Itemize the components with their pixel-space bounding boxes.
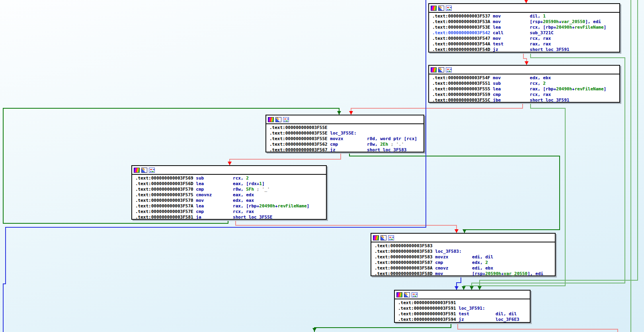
edit-icon[interactable]: [438, 67, 444, 72]
asm-line[interactable]: .text:000000000003F570 cmp r8w, 5Fh ; '_…: [135, 187, 326, 192]
basic-block-3F569[interactable]: .text:000000000003F569 sub rcx, 2.text:0…: [131, 165, 327, 220]
edit-icon[interactable]: [404, 292, 410, 297]
asm-line[interactable]: .text:000000000003F591: [398, 300, 530, 306]
asm-line[interactable]: .text:000000000003F55E: [269, 125, 423, 131]
palette-icon[interactable]: [268, 117, 274, 122]
edge-3F55E-to-3F583-arrowhead: [463, 229, 466, 233]
layout-icon[interactable]: [412, 292, 418, 297]
asm-line[interactable]: .text:000000000003F567 jz short loc_3F58…: [269, 147, 423, 153]
asm-line[interactable]: .text:000000000003F551 sub rcx, 2: [432, 81, 619, 86]
asm-line[interactable]: .text:000000000003F547 mov rcx, rax: [432, 36, 619, 41]
edge-3F537-to-3F591-arrowhead: [470, 286, 474, 290]
asm-line[interactable]: .text:000000000003F53E lea rcx, [rbp+204…: [432, 25, 619, 30]
edge-3F537-to-3F54F-arrowhead: [525, 61, 529, 65]
edit-icon[interactable]: [381, 235, 386, 240]
asm-line[interactable]: .text:000000000003F581 ja short loc_3F55…: [135, 215, 326, 220]
asm-line[interactable]: .text:000000000003F562 cmp r8w, 2Eh ; '.…: [269, 142, 423, 147]
layout-icon[interactable]: [149, 168, 155, 173]
asm-line[interactable]: .text:000000000003F594 jz loc_3F6E3: [398, 317, 530, 322]
layout-icon[interactable]: [283, 117, 289, 122]
disassembly-graph-canvas[interactable]: .text:000000000003F537 mov dil, 1.text:0…: [0, 0, 644, 332]
edge-3F537-to-3F591: [624, 58, 625, 283]
edge-3F55E-to-3F569-arrowhead: [228, 162, 232, 165]
edge-3F569-loop-to-3F55E: [3, 108, 340, 109]
edge-3F54F-to-3F591: [530, 108, 566, 109]
block-code: .text:000000000003F583.text:000000000003…: [371, 242, 555, 277]
layout-icon[interactable]: [446, 67, 452, 72]
asm-line[interactable]: .text:000000000003F578 mov edx, eax: [135, 198, 326, 203]
edge-3F591-fallthrough: [457, 329, 618, 330]
asm-line[interactable]: .text:000000000003F57A lea rax, [rbp+204…: [135, 203, 326, 209]
asm-line[interactable]: .text:000000000003F58A cmovz edi, ebx: [375, 266, 555, 271]
asm-line[interactable]: .text:000000000003F569 sub rcx, 2: [135, 176, 326, 181]
edit-icon[interactable]: [275, 117, 281, 122]
block-title-bar: [132, 166, 326, 175]
edge-3F54F-to-3F591: [565, 108, 566, 286]
edge-offscreen-to-3F591: [637, 0, 638, 281]
palette-icon[interactable]: [134, 168, 140, 173]
block-title-bar: [429, 4, 619, 13]
basic-block-3F55E[interactable]: .text:000000000003F55E.text:000000000003…: [265, 115, 424, 152]
edge-3F55E-to-3F569: [229, 159, 341, 160]
asm-line[interactable]: .text:000000000003F55E movzx r8d, word p…: [269, 136, 423, 142]
asm-line[interactable]: .text:000000000003F537 mov dil, 1: [432, 14, 619, 19]
palette-icon[interactable]: [396, 292, 402, 297]
asm-line[interactable]: .text:000000000003F583 loc_3F583:: [375, 249, 555, 254]
edge-entry-to-3F537-arrowhead: [524, 0, 528, 3]
palette-icon[interactable]: [431, 6, 437, 11]
block-code: .text:000000000003F591.text:000000000003…: [395, 299, 530, 322]
asm-line[interactable]: .text:000000000003F587 cmp edx, 2: [375, 260, 555, 266]
asm-line[interactable]: .text:000000000003F591 test dil, dil: [398, 311, 530, 317]
asm-line[interactable]: .text:000000000003F55C jbe short loc_3F5…: [432, 98, 619, 103]
asm-line[interactable]: .text:000000000003F54D jz short loc_3F59…: [432, 47, 619, 53]
edge-3F54F-to-3F591-arrowhead: [462, 286, 466, 290]
edge-offscreen-passthrough: [630, 0, 631, 332]
asm-line[interactable]: .text:000000000003F542 call sub_3721C: [432, 30, 619, 36]
asm-line[interactable]: .text:000000000003F583 movzx edi, dil: [375, 254, 555, 260]
block-title-bar: [429, 66, 619, 74]
edge-3F537-to-3F591: [471, 283, 625, 283]
edge-3F583-to-3F591-arrowhead: [455, 286, 459, 290]
block-code: .text:000000000003F569 sub rcx, 2.text:0…: [132, 175, 326, 220]
edge-3F591-to-3F6E3-arrowhead: [312, 328, 316, 332]
asm-line[interactable]: .text:000000000003F575 cmovnz eax, edx: [135, 192, 326, 198]
edge-3F537-to-3F591: [530, 57, 625, 58]
edge-3F55E-to-3F583: [349, 156, 560, 156]
block-code: .text:000000000003F54F mov edx, ebx.text…: [429, 74, 619, 103]
block-title-bar: [395, 291, 530, 299]
asm-line[interactable]: .text:000000000003F583: [375, 243, 555, 249]
block-title-bar: [371, 234, 555, 242]
edge-blue-passthrough: [5, 227, 6, 284]
asm-line[interactable]: .text:000000000003F56D lea eax, [rdx+1]: [135, 181, 326, 187]
block-code: .text:000000000003F55E.text:000000000003…: [266, 124, 423, 153]
asm-line[interactable]: .text:000000000003F559 cmp rcx, rax: [432, 92, 619, 98]
layout-icon[interactable]: [446, 6, 452, 11]
layout-icon[interactable]: [388, 235, 394, 240]
edge-blue-passthrough: [5, 227, 426, 228]
edge-offscreen-to-3F591: [479, 280, 638, 281]
basic-block-3F591[interactable]: .text:000000000003F591.text:000000000003…: [394, 290, 531, 323]
asm-line[interactable]: .text:000000000003F54F mov edx, ebx: [432, 75, 619, 81]
basic-block-3F54F[interactable]: .text:000000000003F54F mov edx, ebx.text…: [428, 65, 620, 103]
asm-line[interactable]: .text:000000000003F53A mov [rsp+20590h+v…: [432, 19, 619, 25]
edit-icon[interactable]: [438, 6, 444, 11]
asm-line[interactable]: .text:000000000003F555 lea rax, [rbp+204…: [432, 86, 619, 92]
edge-3F591-to-3F6E3: [314, 327, 451, 328]
edge-3F569-to-3F583: [235, 225, 457, 226]
asm-line[interactable]: .text:000000000003F58D mov [rsp+20590h+v…: [375, 271, 555, 277]
palette-icon[interactable]: [373, 235, 379, 240]
asm-line[interactable]: .text:000000000003F55E loc_3F55E:: [269, 131, 423, 136]
asm-line[interactable]: .text:000000000003F591 loc_3F591:: [398, 306, 530, 311]
asm-line[interactable]: .text:000000000003F57E cmp rcx, rax: [135, 209, 326, 215]
palette-icon[interactable]: [431, 67, 437, 72]
edge-3F55E-to-3F583: [559, 156, 560, 230]
edge-3F569-to-3F583-arrowhead: [455, 229, 459, 233]
basic-block-3F583[interactable]: .text:000000000003F583.text:000000000003…: [371, 233, 556, 276]
basic-block-3F537[interactable]: .text:000000000003F537 mov dil, 1.text:0…: [428, 3, 620, 53]
edge-3F55E-to-3F583: [464, 229, 560, 230]
edge-3F569-loop-to-3F55E: [3, 108, 4, 224]
block-code: .text:000000000003F537 mov dil, 1.text:0…: [429, 13, 619, 53]
asm-line[interactable]: .text:000000000003F54A test rax, rax: [432, 41, 619, 47]
edit-icon[interactable]: [141, 168, 147, 173]
edge-3F569-loop-to-3F55E: [3, 223, 228, 224]
